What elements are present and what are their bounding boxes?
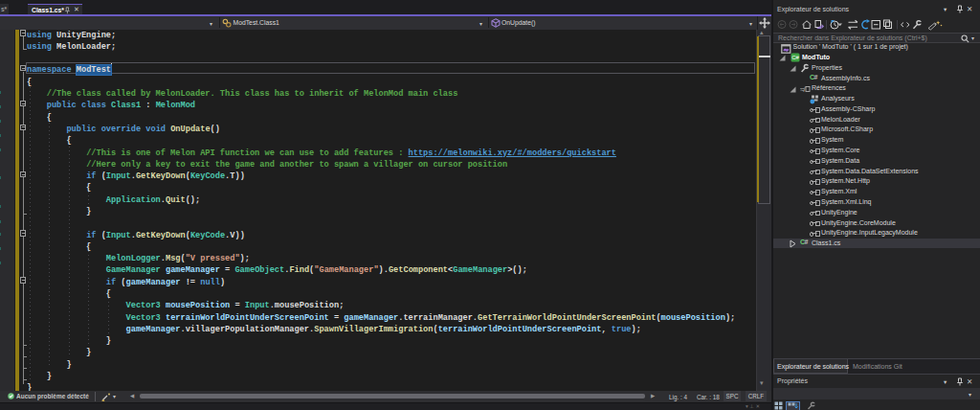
svg-text:≉: ≉ xyxy=(800,85,806,94)
svg-text:C#: C# xyxy=(791,56,799,61)
